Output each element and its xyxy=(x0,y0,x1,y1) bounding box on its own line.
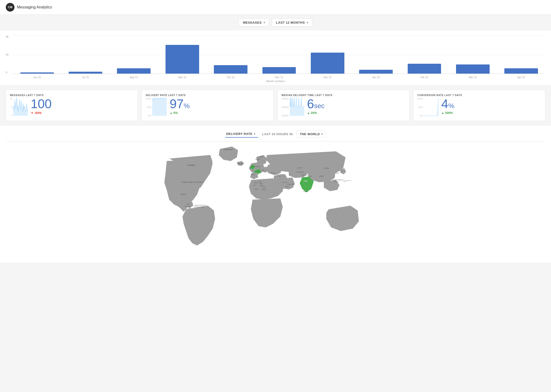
kpi-body: 1050100▼ -84% xyxy=(10,98,134,117)
messages-dropdown[interactable]: MESSAGES ▾ xyxy=(239,19,269,27)
x-label: Mar '22 xyxy=(449,76,497,79)
bar-group xyxy=(158,35,206,74)
north-africa-path xyxy=(249,178,284,200)
philippines-label: Philippines xyxy=(337,179,343,181)
canada-label: Canada xyxy=(187,164,195,166)
myanmar-label: Myanmar xyxy=(332,179,337,181)
iceland-label: Iceland xyxy=(237,163,243,164)
kpi-change: ▲ 5% xyxy=(170,111,190,115)
sparkline-svg xyxy=(290,98,304,117)
iraq-label: Iraq xyxy=(282,182,284,183)
kpi-value: 4 xyxy=(441,98,448,110)
bar-group xyxy=(110,35,158,74)
app-header: CM Messaging Analytics xyxy=(0,0,551,15)
bar-group xyxy=(449,35,497,74)
mexico-label: Mexico xyxy=(181,193,186,195)
bar xyxy=(311,53,344,74)
kpi-unit: % xyxy=(184,102,190,110)
arrow-up-icon: ▲ xyxy=(307,111,310,115)
bar-group xyxy=(255,35,303,74)
bar-chart-section: 4k 2k 0 Jun '21Jul '21Aug '21Sep '21Oct … xyxy=(0,30,551,85)
cuba-label: Cuba xyxy=(186,203,190,205)
sparkline-y-labels: 30000s20000s10000s xyxy=(282,98,289,117)
kpi-value: 97 xyxy=(170,98,184,110)
kpi-card: MESSAGES LAST 7 DAYS1050100▼ -84% xyxy=(6,90,138,121)
bar-chart: 4k 2k 0 Jun '21Jul '21Aug '21Sep '21Oct … xyxy=(6,35,545,79)
kpi-body: 30000s20000s10000s6sec▲ 20% xyxy=(282,98,405,117)
map-region-dropdown[interactable]: THE WORLD ▾ xyxy=(297,131,326,138)
thailand-label: Thailand xyxy=(334,181,339,182)
guinea-label: Guinea xyxy=(254,188,258,190)
sparkline-y-labels: 100%50%0% xyxy=(146,98,152,117)
chevron-down-icon: ▾ xyxy=(307,21,308,24)
map-metric-dropdown[interactable]: DELIVERY RATE ▾ xyxy=(225,131,258,138)
guam-label: Guam xyxy=(343,180,347,182)
russia-label: Russia xyxy=(324,167,329,169)
map-section: DELIVERY RATE ▾ LAST 24 HOURS IN THE WOR… xyxy=(0,126,551,262)
bar xyxy=(359,70,393,74)
world-map-svg: Canada United States of America Mexico C… xyxy=(6,142,545,262)
bar xyxy=(117,68,151,74)
kpi-section: MESSAGES LAST 7 DAYS1050100▼ -84%DELIVER… xyxy=(0,85,551,126)
saudi-path xyxy=(283,181,294,189)
kpi-value-area: 6sec▲ 20% xyxy=(307,98,325,115)
x-label: Jun '21 xyxy=(13,76,61,79)
sweden-label: Sweden xyxy=(257,156,263,158)
kpi-value: 6 xyxy=(307,98,314,110)
x-label: Dec '21 xyxy=(304,76,351,79)
saudi-label: Saudi Arabia xyxy=(287,183,294,185)
app-title: Messaging Analytics xyxy=(17,5,52,9)
kpi-card: CONVERSION RATE LAST 7 DAYS100%50%0%4%▲ … xyxy=(413,90,545,121)
sparkline-svg xyxy=(152,98,167,117)
italy-label: Italy xyxy=(262,169,265,171)
bar xyxy=(166,45,199,74)
x-label: Jul '21 xyxy=(61,76,109,79)
x-label: Oct '21 xyxy=(207,76,254,79)
ethiopia-label: Ethiopia xyxy=(262,189,266,190)
bar xyxy=(456,64,490,74)
kpi-card: DELIVERY RATE LAST 7 DAYS100%50%0%97%▲ 5… xyxy=(142,90,274,121)
sparkline-y-labels: 100%50%0% xyxy=(417,98,423,117)
kpi-unit: % xyxy=(448,102,454,110)
x-label: Nov '21 xyxy=(255,76,303,79)
kpi-value-area: 97%▲ 5% xyxy=(170,98,190,115)
map-toolbar: DELIVERY RATE ▾ LAST 24 HOURS IN THE WOR… xyxy=(6,131,545,142)
kpi-body: 100%50%0%97%▲ 5% xyxy=(146,98,269,117)
sub-saharan-africa-path xyxy=(251,198,283,227)
world-map: Canada United States of America Mexico C… xyxy=(6,142,545,262)
iran-label: Iran xyxy=(285,182,287,183)
chevron-down-icon: ▾ xyxy=(254,133,255,135)
bar xyxy=(408,64,441,74)
sparkline-svg xyxy=(424,98,438,117)
kazakhstan-label: Kazakhstan xyxy=(297,171,304,173)
x-label: Apr '22 xyxy=(497,76,545,79)
spain-label: Spain xyxy=(251,174,255,175)
chart-bars xyxy=(13,35,545,74)
uzbekistan-label: Uzbekistan xyxy=(278,174,284,175)
chevron-down-icon: ▾ xyxy=(321,133,323,135)
egypt-label: Egypt xyxy=(259,181,262,182)
kpi-title: DELIVERY RATE LAST 7 DAYS xyxy=(146,94,269,97)
x-label: Aug '21 xyxy=(110,76,158,79)
trinidad-label: Trinidad and Tobago xyxy=(193,206,204,208)
kpi-change: ▲ 300% xyxy=(441,111,454,115)
main-toolbar: MESSAGES ▾ LAST 12 MONTHS ▾ xyxy=(0,15,551,30)
arrow-up-icon: ▲ xyxy=(441,111,444,115)
uk-label: United Kingdom xyxy=(250,166,261,167)
period-dropdown[interactable]: LAST 12 MONTHS ▾ xyxy=(272,19,312,27)
chevron-down-icon: ▾ xyxy=(264,21,265,24)
kpi-title: CONVERSION RATE LAST 7 DAYS xyxy=(417,94,541,97)
sparkline-svg xyxy=(13,98,28,117)
bar-group xyxy=(207,35,254,74)
arrow-up-icon: ▲ xyxy=(170,111,173,115)
algeria-label: Algeria xyxy=(254,182,258,183)
norway-label: Norway xyxy=(255,159,260,160)
kpi-body: 100%50%0%4%▲ 300% xyxy=(417,98,541,117)
x-axis-title: Month numbers xyxy=(6,80,545,83)
arrow-down-icon: ▼ xyxy=(31,111,34,115)
sudan-label: Sudan xyxy=(262,186,266,188)
china-path xyxy=(308,166,335,182)
kpi-change: ▲ 20% xyxy=(307,111,325,115)
usa-path xyxy=(172,177,205,191)
south-america-path xyxy=(182,206,215,245)
